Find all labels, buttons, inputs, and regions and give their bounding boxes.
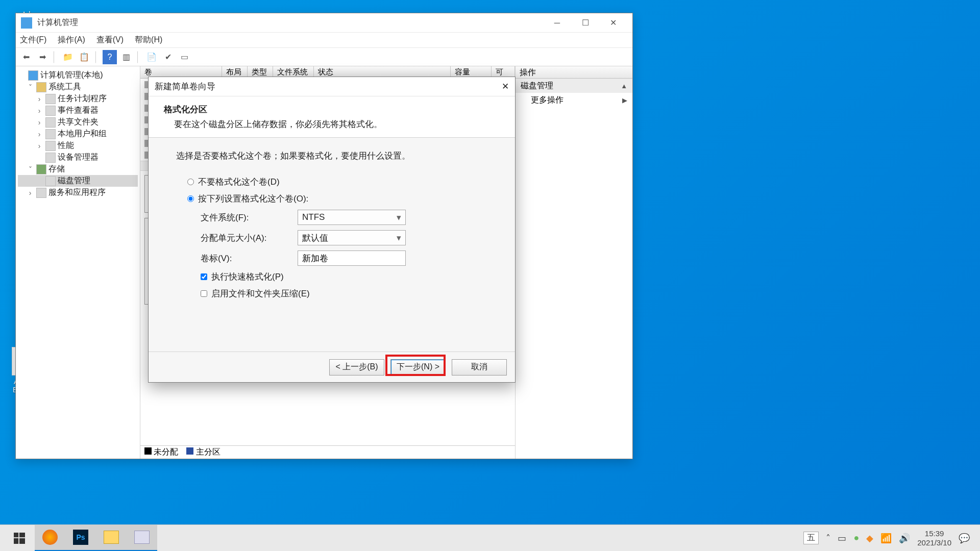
radio-format-input[interactable]: [187, 195, 194, 202]
dropdown-allocation-unit[interactable]: 默认值: [298, 230, 406, 245]
actions-pane: 操作 磁盘管理▲ 更多操作▶: [515, 66, 632, 459]
checkbox-quick-format-input[interactable]: [201, 273, 207, 280]
legend: 未分配 主分区: [140, 445, 515, 459]
back-button[interactable]: < 上一步(B): [329, 359, 384, 375]
disk-management-pane: 卷 布局 类型 文件系统 状态 容量 可 基: [140, 66, 515, 459]
cancel-button[interactable]: 取消: [452, 359, 507, 375]
wizard-title: 新建简单卷向导: [155, 81, 502, 92]
menubar: 文件(F) 操作(A) 查看(V) 帮助(H): [16, 33, 632, 48]
app-icon: [21, 17, 32, 29]
taskbar-explorer-icon[interactable]: [96, 525, 127, 552]
tray-security-icon[interactable]: ◆: [866, 533, 873, 544]
more-icon[interactable]: ▭: [177, 50, 191, 64]
window-title: 计算机管理: [37, 17, 543, 28]
wizard-titlebar[interactable]: 新建简单卷向导 ✕: [149, 77, 515, 96]
checkbox-enable-compression[interactable]: 启用文件和文件夹压缩(E): [201, 288, 487, 299]
wizard-heading: 格式化分区: [164, 104, 500, 115]
minimize-button[interactable]: ─: [543, 15, 571, 31]
svg-rect-1: [19, 533, 25, 537]
toolbar: ⬅ ➡ 📁 📋 ? ▥ 📄 ✔ ▭: [16, 48, 632, 66]
taskbar-photoshop-icon[interactable]: Ps: [65, 525, 96, 552]
tray-onedrive-icon[interactable]: ▭: [838, 533, 846, 544]
wizard-subheading: 要在这个磁盘分区上储存数据，你必须先将其格式化。: [174, 118, 500, 130]
svg-rect-3: [19, 538, 25, 544]
menu-view[interactable]: 查看(V): [96, 35, 124, 45]
input-volume-label[interactable]: [298, 251, 406, 266]
svg-rect-0: [14, 533, 18, 537]
tray-clock[interactable]: 15:39 2021/3/10: [917, 529, 951, 547]
dropdown-filesystem[interactable]: NTFS: [298, 210, 406, 225]
maximize-button[interactable]: ☐: [571, 15, 599, 31]
tree-root[interactable]: 计算机管理(本地): [18, 69, 138, 81]
refresh-icon[interactable]: 📋: [77, 50, 91, 64]
close-button[interactable]: ✕: [599, 15, 627, 31]
tree-shared-folders[interactable]: ›共享文件夹: [18, 116, 138, 128]
radio-do-not-format[interactable]: 不要格式化这个卷(D): [187, 176, 487, 188]
menu-action[interactable]: 操作(A): [58, 35, 85, 45]
tree-performance[interactable]: ›性能: [18, 140, 138, 152]
menu-file[interactable]: 文件(F): [20, 35, 46, 45]
label-volume-label: 卷标(V):: [201, 253, 298, 264]
list-icon[interactable]: 📄: [144, 50, 159, 64]
tray-chevron-icon[interactable]: ˄: [826, 533, 830, 544]
check-icon[interactable]: ✔: [161, 50, 175, 64]
wizard-footer: < 上一步(B) 下一步(N) > 取消: [149, 352, 515, 382]
tree-services-apps[interactable]: ›服务和应用程序: [18, 187, 138, 198]
system-tray[interactable]: 五 ˄ ▭ ● ◆ 📶 🔊 15:39 2021/3/10 💬: [803, 529, 976, 547]
actions-more[interactable]: 更多操作▶: [516, 93, 632, 107]
label-allocation-unit: 分配单元大小(A):: [201, 232, 298, 244]
tree-event-viewer[interactable]: ›事件查看器: [18, 105, 138, 116]
navigation-tree[interactable]: 计算机管理(本地) ˅系统工具 ›任务计划程序 ›事件查看器 ›共享文件夹 ›本…: [16, 66, 140, 459]
svg-rect-2: [14, 538, 18, 544]
titlebar[interactable]: 计算机管理 ─ ☐ ✕: [16, 13, 632, 33]
taskbar[interactable]: Ps 五 ˄ ▭ ● ◆ 📶 🔊 15:39 2021/3/10 💬: [0, 524, 980, 551]
actions-header: 操作: [516, 66, 632, 79]
computer-management-window: 计算机管理 ─ ☐ ✕ 文件(F) 操作(A) 查看(V) 帮助(H) ⬅ ➡ …: [15, 13, 633, 459]
help-icon[interactable]: ?: [103, 50, 117, 64]
ime-indicator[interactable]: 五: [803, 532, 819, 544]
actions-group-diskmgmt[interactable]: 磁盘管理▲: [516, 79, 632, 93]
checkbox-quick-format[interactable]: 执行快速格式化(P): [201, 271, 487, 283]
taskbar-mmc-icon[interactable]: [127, 525, 157, 552]
tree-system-tools[interactable]: ˅系统工具: [18, 81, 138, 93]
tray-notifications-icon[interactable]: 💬: [959, 533, 970, 544]
tray-app-icon[interactable]: ●: [853, 533, 859, 543]
tree-device-manager[interactable]: 设备管理器: [18, 152, 138, 163]
next-button[interactable]: 下一步(N) >: [390, 359, 446, 375]
wizard-close-button[interactable]: ✕: [502, 81, 509, 92]
radio-format-with-settings[interactable]: 按下列设置格式化这个卷(O):: [187, 193, 487, 205]
folder-icon[interactable]: 📁: [61, 50, 75, 64]
properties-icon[interactable]: ▥: [119, 50, 133, 64]
tree-task-scheduler[interactable]: ›任务计划程序: [18, 93, 138, 105]
menu-help[interactable]: 帮助(H): [135, 35, 162, 45]
wizard-instruction: 选择是否要格式化这个卷；如果要格式化，要使用什么设置。: [176, 150, 487, 162]
wizard-header: 格式化分区 要在这个磁盘分区上储存数据，你必须先将其格式化。: [149, 96, 515, 138]
taskbar-firefox-icon[interactable]: [35, 525, 65, 552]
tray-volume-icon[interactable]: 🔊: [899, 533, 910, 544]
label-filesystem: 文件系统(F):: [201, 212, 298, 223]
start-button[interactable]: [4, 525, 35, 552]
radio-do-not-format-input[interactable]: [187, 179, 194, 185]
tree-local-users[interactable]: ›本地用户和组: [18, 128, 138, 140]
new-simple-volume-wizard: 新建简单卷向导 ✕ 格式化分区 要在这个磁盘分区上储存数据，你必须先将其格式化。…: [148, 77, 516, 383]
nav-forward-icon[interactable]: ➡: [35, 50, 50, 64]
tray-wifi-icon[interactable]: 📶: [880, 533, 892, 544]
nav-back-icon[interactable]: ⬅: [19, 50, 33, 64]
tree-storage[interactable]: ˅存储: [18, 163, 138, 175]
checkbox-compression-input[interactable]: [201, 290, 207, 297]
tree-disk-management[interactable]: 磁盘管理: [18, 175, 138, 187]
